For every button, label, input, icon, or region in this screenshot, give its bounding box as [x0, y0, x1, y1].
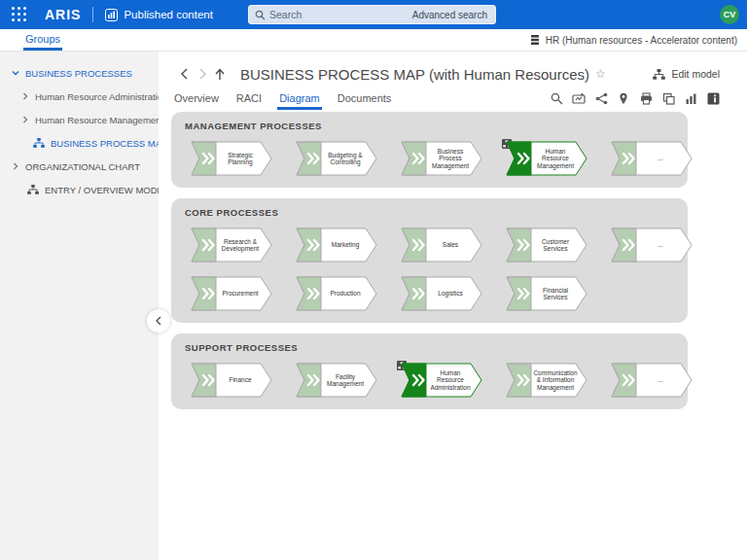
pin-icon[interactable] [617, 91, 630, 105]
presentation-icon[interactable] [572, 91, 586, 105]
search-icon [255, 10, 266, 20]
model-tabs: Overview RACI Diagram Documents [159, 90, 747, 110]
chevron-right-icon [12, 162, 19, 170]
process-communication-information-management[interactable]: Communication & Information Management [506, 363, 587, 398]
edit-model-icon [653, 69, 665, 80]
section-title: SUPPORT PROCESSES [185, 342, 688, 353]
process-business-process-management[interactable]: Business Process Management [401, 141, 482, 176]
divider [92, 7, 93, 22]
process-budgeting-controlling[interactable]: Budgeting & Controlling [296, 141, 377, 176]
share-icon[interactable] [594, 91, 608, 105]
published-content-nav[interactable]: Published content [105, 9, 212, 21]
database-context[interactable]: HR (Human resources - Accelerator conten… [529, 34, 737, 46]
sidebar-item-organizational-chart[interactable]: ORGANIZATIONAL CHART [0, 155, 159, 178]
sidebar-item-hr-management[interactable]: Human Resource Management [0, 108, 159, 131]
process-sales[interactable]: Sales [401, 228, 482, 262]
zoom-icon[interactable] [550, 91, 563, 105]
sidebar-item-hr-administration[interactable]: Human Resource Administration [0, 85, 159, 108]
sidebar-item-label: Human Resource Management [35, 115, 159, 125]
process-logistics[interactable]: Logistics [401, 276, 482, 311]
app-launcher-icon[interactable] [12, 7, 27, 22]
tab-diagram[interactable]: Diagram [277, 92, 322, 110]
chevron-right-icon [21, 116, 29, 123]
database-icon [529, 34, 541, 46]
info-icon[interactable] [706, 91, 720, 105]
sidebar-item-label: ORGANIZATIONAL CHART [25, 161, 140, 172]
tab-overview[interactable]: Overview [172, 92, 221, 110]
tab-groups[interactable]: Groups [23, 29, 62, 51]
user-avatar[interactable]: CV [720, 5, 739, 24]
secondary-bar: Groups HR (Human resources - Accelerator… [0, 29, 747, 52]
aris-logo: ARIS [45, 7, 81, 22]
model-icon [33, 138, 45, 148]
chevron-right-icon [21, 92, 29, 100]
collapse-sidebar-button[interactable] [147, 309, 170, 332]
tab-raci[interactable]: RACI [234, 92, 264, 110]
section-support-processes: SUPPORT PROCESSES Finance Facility Manag… [171, 333, 688, 409]
search-input[interactable] [266, 9, 405, 20]
diagram-toolbar [550, 91, 720, 105]
model-header: BUSINESS PROCESS MAP (with Human Resourc… [159, 61, 747, 87]
process-ellipsis[interactable]: ... [611, 141, 693, 176]
database-context-label: HR (Human resources - Accelerator conten… [546, 35, 737, 46]
section-title: CORE PROCESSES [185, 207, 688, 218]
process-financial-services[interactable]: Financial Services [506, 276, 587, 311]
sidebar-item-label: BUSINESS PROCESS MAP (wi... [51, 138, 159, 149]
sidebar-item-entry-overview-model[interactable]: ENTRY / OVERVIEW MODEL [0, 178, 159, 201]
print-icon[interactable] [639, 91, 653, 105]
sidebar-item-label: ENTRY / OVERVIEW MODEL [45, 185, 159, 195]
sidebar-item-business-processes[interactable]: BUSINESS PROCESSES [0, 61, 159, 85]
content-panel: BUSINESS PROCESS MAP (with Human Resourc… [159, 52, 747, 560]
process-ellipsis[interactable]: ... [611, 363, 693, 398]
process-ellipsis[interactable]: ... [611, 228, 693, 262]
top-app-bar: ARIS Published content Advanced search C… [0, 0, 747, 29]
tab-documents[interactable]: Documents [336, 92, 394, 110]
advanced-search-button[interactable]: Advanced search [405, 6, 495, 23]
forward-button[interactable] [194, 65, 211, 83]
edit-model-button[interactable]: Edit model [653, 68, 720, 80]
group-tree-sidebar: BUSINESS PROCESSES Human Resource Admini… [0, 52, 159, 560]
published-content-label: Published content [124, 9, 212, 20]
section-core-processes: CORE PROCESSES Research & Development Ma… [171, 198, 688, 323]
process-facility-management[interactable]: Facility Management [296, 363, 377, 398]
model-icon [27, 185, 39, 194]
process-row: Strategic Planning Budgeting & Controlli… [191, 141, 688, 176]
diagram-canvas: MANAGEMENT PROCESSES Strategic Planning … [159, 112, 747, 560]
copy-icon[interactable] [661, 91, 675, 105]
favorite-star-icon[interactable]: ☆ [595, 67, 606, 81]
process-customer-services[interactable]: Customer Services [506, 228, 587, 262]
process-procurement[interactable]: Procurement [191, 276, 272, 311]
sidebar-item-label: BUSINESS PROCESSES [25, 68, 132, 79]
process-finance[interactable]: Finance [191, 363, 272, 398]
sidebar-item-label: Human Resource Administration [35, 91, 159, 102]
process-human-resource-management[interactable]: Human Resource Management [506, 141, 587, 176]
page-title: BUSINESS PROCESS MAP (with Human Resourc… [240, 66, 589, 83]
section-management-processes: MANAGEMENT PROCESSES Strategic Planning … [171, 112, 688, 188]
published-content-icon [105, 9, 118, 21]
process-row: Research & Development Marketing Sales C… [191, 228, 688, 262]
edit-model-label: Edit model [671, 68, 720, 80]
search-bar[interactable]: Advanced search [248, 5, 496, 24]
chart-icon[interactable] [684, 91, 697, 105]
process-row: Procurement Production Logistics Financi… [191, 276, 688, 311]
sidebar-item-business-process-map[interactable]: BUSINESS PROCESS MAP (wi... [0, 131, 159, 155]
process-production[interactable]: Production [296, 276, 377, 311]
process-strategic-planning[interactable]: Strategic Planning [191, 141, 272, 176]
back-button[interactable] [176, 65, 194, 83]
up-button[interactable] [211, 65, 229, 83]
chevron-left-icon [155, 316, 162, 326]
process-marketing[interactable]: Marketing [296, 228, 377, 262]
section-title: MANAGEMENT PROCESSES [185, 121, 688, 131]
process-row: Finance Facility Management Human Resour… [191, 363, 688, 398]
chevron-down-icon [12, 69, 19, 77]
process-human-resource-administration[interactable]: Human Resource Administration [401, 363, 482, 398]
process-research-development[interactable]: Research & Development [191, 228, 272, 262]
